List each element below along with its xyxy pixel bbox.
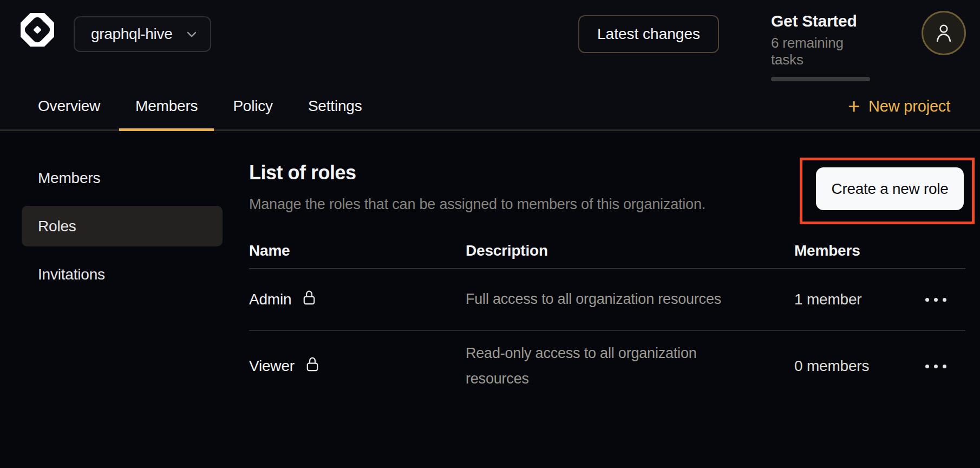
column-header-name: Name <box>249 242 466 259</box>
role-name: Viewer <box>249 358 295 375</box>
role-name: Admin <box>249 291 291 308</box>
row-menu-button[interactable] <box>924 294 948 306</box>
get-started-title: Get Started <box>771 12 879 30</box>
get-started-widget[interactable]: Get Started 6 remaining tasks <box>771 12 879 81</box>
table-row-admin: Admin Full access to all organization re… <box>249 269 965 331</box>
page-title: List of roles <box>249 161 356 184</box>
page-subtitle: Manage the roles that can be assigned to… <box>249 196 705 213</box>
role-members-count: 1 member <box>794 291 924 308</box>
plus-icon: + <box>848 96 860 116</box>
column-header-description: Description <box>466 242 794 259</box>
tab-policy[interactable]: Policy <box>217 81 289 131</box>
new-project-label: New project <box>868 98 950 115</box>
get-started-remaining-tasks: 6 remaining tasks <box>771 35 879 68</box>
role-members-count: 0 members <box>794 358 924 375</box>
members-sidebar: Members Roles Invitations <box>22 158 223 295</box>
lock-icon <box>301 289 317 310</box>
hive-logo-icon <box>18 11 56 49</box>
latest-changes-label: Latest changes <box>597 25 700 43</box>
organization-selector[interactable]: graphql-hive <box>74 16 211 52</box>
latest-changes-button[interactable]: Latest changes <box>578 15 719 53</box>
create-new-role-button[interactable]: Create a new role <box>816 167 964 210</box>
sidebar-item-invitations[interactable]: Invitations <box>22 254 223 295</box>
role-description: Full access to all organization resource… <box>466 287 739 312</box>
user-avatar[interactable] <box>922 11 966 55</box>
role-description: Read-only access to all organization res… <box>466 341 739 392</box>
tab-members[interactable]: Members <box>119 81 214 131</box>
roles-table: Name Description Members Admin Full acce… <box>249 233 965 402</box>
person-icon <box>933 22 954 44</box>
lock-icon <box>304 356 321 377</box>
sidebar-item-roles[interactable]: Roles <box>22 206 223 246</box>
tab-overview[interactable]: Overview <box>22 81 116 131</box>
get-started-progress-bar <box>771 77 870 81</box>
row-menu-button[interactable] <box>924 360 948 373</box>
roles-table-header: Name Description Members <box>249 233 965 269</box>
table-row-viewer: Viewer Read-only access to all organizat… <box>249 331 965 402</box>
organization-name: graphql-hive <box>91 25 173 43</box>
column-header-members: Members <box>794 242 924 259</box>
new-project-button[interactable]: + New project <box>848 81 950 131</box>
org-tabs: Overview Members Policy Settings <box>22 81 378 131</box>
sidebar-item-members[interactable]: Members <box>22 158 223 198</box>
tab-settings[interactable]: Settings <box>292 81 378 131</box>
chevron-down-icon <box>184 27 199 42</box>
